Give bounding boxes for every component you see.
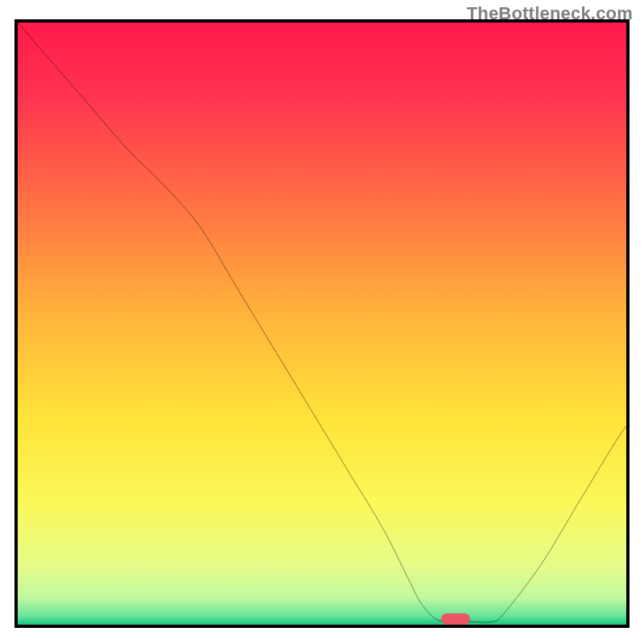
- chart-container: TheBottleneck.com: [0, 0, 644, 644]
- plot-frame: [14, 19, 630, 628]
- optimal-point-marker: [441, 613, 470, 625]
- plot-background-gradient: [18, 23, 626, 625]
- watermark-text: TheBottleneck.com: [467, 3, 633, 24]
